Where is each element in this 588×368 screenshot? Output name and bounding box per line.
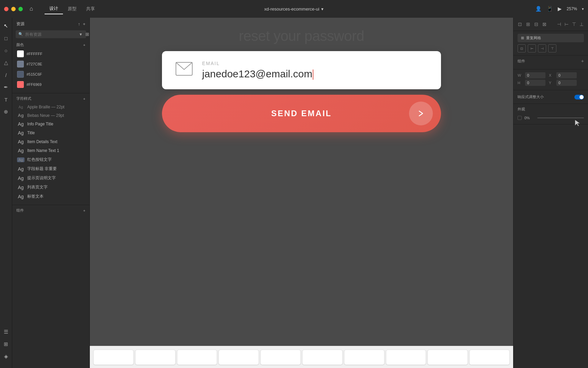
type-style-bebas[interactable]: Ag Bebas Neue — 29pt [16, 111, 86, 119]
search-input[interactable] [25, 32, 76, 37]
component-btn-4[interactable]: ⊤ [548, 44, 556, 52]
titlebar-right: 👤 📱 ▶ 257% ▾ [535, 6, 584, 12]
device-icon[interactable]: 📱 [546, 6, 553, 12]
right-panel-toolbar: ⊡ ⊞ ⊟ ⊠ ⊣ ⊢ ⊤ ⊥ [513, 18, 588, 31]
component-btn-1[interactable]: ⊡ [518, 44, 526, 52]
tab-share[interactable]: 共享 [81, 4, 100, 14]
align-left-icon[interactable]: ⊡ [517, 20, 523, 28]
keyboard-key-8[interactable] [386, 350, 426, 365]
align-col-left-icon[interactable]: ⊣ [556, 20, 562, 28]
responsive-resize-switch[interactable] [574, 95, 584, 99]
keyboard-key-1[interactable] [93, 350, 134, 365]
rectangle-tool[interactable]: □ [1, 33, 11, 43]
type-ag-icon-field-label: Ag [17, 166, 24, 172]
layers-panel-icon[interactable]: ☰ [1, 327, 11, 337]
color-item-white[interactable]: #FFFFFF [16, 49, 86, 58]
type-style-field-label[interactable]: Ag 字段标题 非重要 [16, 165, 86, 173]
type-style-item-details[interactable]: Ag Item Details Text [16, 138, 86, 146]
type-style-hint[interactable]: Ag 提示页说明文字 [16, 174, 86, 182]
add-component-icon[interactable]: + [83, 209, 85, 213]
type-style-title[interactable]: Ag Title [16, 129, 86, 137]
add-color-icon[interactable]: + [83, 43, 85, 47]
type-style-red-btn[interactable]: Ag 红色按钮文字 [16, 155, 86, 164]
minimize-button[interactable] [11, 7, 16, 11]
color-item-gray1[interactable]: #727C8E [16, 60, 86, 68]
mail-icon [176, 62, 193, 79]
type-style-info-page-title[interactable]: Ag Info Page Title [16, 120, 86, 128]
type-label-hint: 提示页说明文字 [27, 175, 56, 181]
artboard-tool[interactable]: ⊕ [1, 107, 11, 117]
opacity-checkbox[interactable] [518, 116, 522, 120]
color-item-red[interactable]: #FF6969 [16, 80, 86, 89]
keyboard-key-2[interactable] [135, 350, 176, 365]
select-tool[interactable]: ↖ [1, 21, 11, 31]
keyboard-key-10[interactable] [469, 350, 510, 365]
align-col-center-icon[interactable]: ⊢ [564, 20, 570, 28]
align-col-right-icon[interactable]: ⊤ [571, 20, 577, 28]
zoom-dropdown-icon[interactable]: ▾ [582, 7, 584, 11]
height-input[interactable] [525, 80, 545, 86]
keyboard-key-4[interactable] [218, 350, 259, 365]
maximize-button[interactable] [18, 7, 23, 11]
position-section: W X H Y [513, 70, 588, 90]
opacity-slider[interactable] [537, 118, 584, 118]
color-swatch-gray1 [17, 61, 24, 67]
export-icon[interactable]: ↑ [78, 21, 80, 27]
search-bar[interactable]: 🔍 ▾ ⊞ [16, 30, 86, 38]
type-style-apple-braille[interactable]: Ag Apple Braille — 22pt [16, 103, 86, 111]
dropdown-icon[interactable]: ▾ [321, 6, 324, 12]
send-email-button[interactable]: SEND EMAIL [162, 95, 441, 132]
repeat-grid-button[interactable]: ⊞ 重复网格 [518, 34, 584, 42]
text-tool[interactable]: T [1, 95, 11, 104]
plugins-icon[interactable]: ◈ [1, 352, 11, 361]
type-label-item-name: Item Name Text 1 [27, 148, 59, 153]
email-value[interactable]: janedoe123@email.com [202, 68, 427, 80]
type-ag-icon-tag: Ag [17, 194, 24, 199]
type-ag-icon-title: Ag [17, 130, 24, 136]
type-style-item-name[interactable]: Ag Item Name Text 1 [16, 147, 86, 155]
keyboard-strip [90, 346, 513, 368]
color-item-gray2[interactable]: #515C6F [16, 70, 86, 79]
user-icon[interactable]: 👤 [535, 6, 542, 12]
type-ag-icon-item-details: Ag [17, 139, 24, 144]
triangle-tool[interactable]: △ [1, 58, 11, 67]
width-input[interactable] [525, 72, 545, 78]
align-right-icon[interactable]: ⊟ [533, 20, 539, 28]
colors-section-title: 颜色 + [12, 41, 89, 49]
component-btn-2[interactable]: ⊢ [528, 44, 536, 52]
type-style-list[interactable]: Ag 列表页文字 [16, 183, 86, 191]
color-swatch-gray2 [17, 71, 24, 78]
type-style-tag[interactable]: Ag 标签文本 [16, 192, 86, 201]
close-button[interactable] [4, 7, 9, 11]
main-layout: ↖ □ ○ △ / ✒ T ⊕ ☰ ⊞ ◈ 资源 ↑ + 🔍 ▾ ⊞ [0, 18, 588, 368]
line-tool[interactable]: / [1, 70, 11, 80]
pen-tool[interactable]: ✒ [1, 82, 11, 92]
play-icon[interactable]: ▶ [558, 6, 562, 12]
add-resource-icon[interactable]: + [83, 21, 85, 27]
keyboard-key-5[interactable] [260, 350, 301, 365]
zoom-level[interactable]: 257% [567, 6, 577, 11]
add-component-right-icon[interactable]: + [581, 58, 584, 64]
ellipse-tool[interactable]: ○ [1, 46, 11, 55]
tab-prototype[interactable]: 原型 [63, 4, 81, 14]
component-btn-3[interactable]: ⊣ [538, 44, 546, 52]
keyboard-key-3[interactable] [177, 350, 217, 365]
y-input[interactable] [556, 80, 577, 86]
keyboard-key-6[interactable] [302, 350, 343, 365]
align-center-icon[interactable]: ⊞ [525, 20, 531, 28]
x-input[interactable] [556, 72, 577, 78]
width-label: W [518, 73, 523, 77]
home-icon[interactable]: ⌂ [28, 4, 34, 14]
titlebar: ⌂ 设计 原型 共享 xd-resources-ecommerce-ui ▾ 👤… [0, 0, 588, 18]
assets-panel-icon[interactable]: ⊞ [1, 339, 11, 349]
keyboard-key-7[interactable] [344, 350, 385, 365]
traffic-lights [4, 7, 23, 11]
view-toggle-icon[interactable]: ▾ [80, 32, 82, 37]
send-button-label: SEND EMAIL [271, 109, 332, 118]
add-type-style-icon[interactable]: + [83, 97, 85, 101]
align-col-justify-icon[interactable]: ⊥ [578, 20, 585, 28]
distribute-icon[interactable]: ⊠ [541, 20, 548, 28]
grid-view-icon[interactable]: ⊞ [85, 32, 89, 37]
keyboard-key-9[interactable] [427, 350, 468, 365]
tab-design[interactable]: 设计 [45, 3, 63, 14]
